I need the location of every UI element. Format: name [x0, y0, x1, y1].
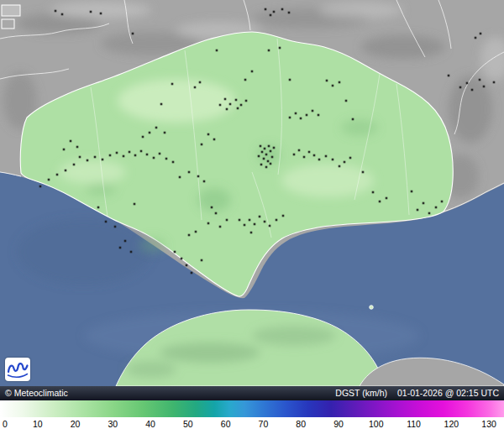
meteoclimatic-logo[interactable]	[5, 358, 30, 381]
station-marker[interactable]	[268, 145, 270, 148]
station-marker[interactable]	[229, 103, 232, 106]
station-marker[interactable]	[235, 99, 238, 102]
station-marker[interactable]	[349, 157, 352, 159]
station-marker[interactable]	[70, 140, 72, 143]
station-marker[interactable]	[244, 224, 246, 227]
station-marker[interactable]	[199, 81, 202, 84]
station-marker[interactable]	[459, 86, 462, 89]
station-marker[interactable]	[362, 171, 365, 174]
station-marker[interactable]	[313, 154, 316, 157]
station-marker[interactable]	[263, 158, 265, 160]
station-marker[interactable]	[261, 151, 264, 154]
station-marker[interactable]	[215, 212, 218, 215]
station-marker[interactable]	[63, 149, 66, 151]
station-marker[interactable]	[303, 156, 306, 159]
station-marker[interactable]	[129, 151, 131, 154]
station-marker[interactable]	[493, 81, 496, 84]
station-marker[interactable]	[480, 33, 482, 35]
station-marker[interactable]	[109, 154, 112, 157]
station-marker[interactable]	[73, 164, 76, 166]
station-marker[interactable]	[55, 10, 57, 13]
station-marker[interactable]	[159, 153, 161, 155]
station-marker[interactable]	[123, 155, 125, 158]
station-marker[interactable]	[165, 158, 168, 160]
station-marker[interactable]	[188, 171, 191, 174]
station-marker[interactable]	[65, 170, 67, 172]
station-marker[interactable]	[171, 83, 174, 86]
station-marker[interactable]	[265, 166, 268, 169]
station-marker[interactable]	[188, 234, 191, 237]
station-marker[interactable]	[326, 80, 328, 82]
station-marker[interactable]	[226, 219, 228, 222]
station-marker[interactable]	[160, 103, 163, 106]
station-marker[interactable]	[423, 202, 425, 205]
station-marker[interactable]	[417, 209, 419, 212]
station-marker[interactable]	[134, 203, 136, 206]
station-marker[interactable]	[267, 160, 270, 163]
station-marker[interactable]	[240, 104, 243, 107]
station-marker[interactable]	[295, 112, 297, 115]
station-marker[interactable]	[39, 186, 42, 188]
station-marker[interactable]	[213, 139, 216, 141]
station-marker[interactable]	[211, 207, 213, 209]
station-marker[interactable]	[244, 79, 247, 81]
station-marker[interactable]	[318, 159, 321, 161]
station-marker[interactable]	[254, 223, 256, 226]
map-area[interactable]	[0, 0, 504, 386]
station-marker[interactable]	[345, 100, 348, 102]
station-marker[interactable]	[259, 216, 261, 218]
station-marker[interactable]	[239, 219, 241, 222]
station-marker[interactable]	[114, 226, 117, 228]
station-marker[interactable]	[332, 159, 334, 161]
station-marker[interactable]	[270, 150, 272, 153]
station-marker[interactable]	[195, 231, 197, 233]
station-marker[interactable]	[237, 107, 239, 110]
station-marker[interactable]	[153, 157, 155, 159]
station-marker[interactable]	[269, 225, 271, 227]
station-marker[interactable]	[293, 154, 296, 156]
station-marker[interactable]	[268, 50, 270, 52]
station-marker[interactable]	[142, 136, 144, 139]
station-marker[interactable]	[475, 37, 477, 39]
station-marker[interactable]	[100, 13, 102, 15]
station-marker[interactable]	[124, 240, 127, 243]
station-marker[interactable]	[435, 207, 438, 209]
station-marker[interactable]	[149, 132, 151, 134]
station-marker[interactable]	[250, 232, 253, 234]
station-marker[interactable]	[312, 110, 314, 112]
station-marker[interactable]	[87, 159, 89, 162]
station-marker[interactable]	[479, 79, 481, 81]
station-marker[interactable]	[258, 155, 260, 158]
station-marker[interactable]	[249, 219, 251, 222]
station-marker[interactable]	[186, 264, 188, 267]
station-marker[interactable]	[289, 117, 291, 119]
station-marker[interactable]	[352, 118, 354, 121]
station-marker[interactable]	[260, 164, 263, 166]
station-marker[interactable]	[270, 14, 272, 17]
station-marker[interactable]	[289, 79, 291, 81]
station-marker[interactable]	[174, 251, 176, 254]
station-marker[interactable]	[273, 147, 276, 149]
station-marker[interactable]	[79, 156, 81, 159]
station-marker[interactable]	[155, 127, 158, 129]
attribution-link[interactable]: © Meteoclimatic	[5, 386, 68, 400]
station-marker[interactable]	[226, 108, 228, 111]
station-marker[interactable]	[428, 212, 431, 215]
station-marker[interactable]	[332, 85, 334, 87]
station-marker[interactable]	[260, 145, 262, 148]
station-marker[interactable]	[298, 149, 301, 152]
station-marker[interactable]	[264, 148, 266, 150]
station-marker[interactable]	[116, 152, 118, 154]
station-marker[interactable]	[466, 82, 469, 85]
station-marker[interactable]	[224, 98, 227, 101]
station-marker[interactable]	[203, 180, 206, 183]
station-marker[interactable]	[265, 154, 268, 156]
station-marker[interactable]	[146, 154, 149, 156]
station-marker[interactable]	[94, 156, 97, 159]
station-marker[interactable]	[279, 47, 281, 50]
station-marker[interactable]	[56, 174, 59, 176]
station-marker[interactable]	[276, 219, 278, 222]
station-marker[interactable]	[134, 154, 137, 157]
station-marker[interactable]	[306, 114, 308, 117]
station-marker[interactable]	[219, 104, 222, 107]
